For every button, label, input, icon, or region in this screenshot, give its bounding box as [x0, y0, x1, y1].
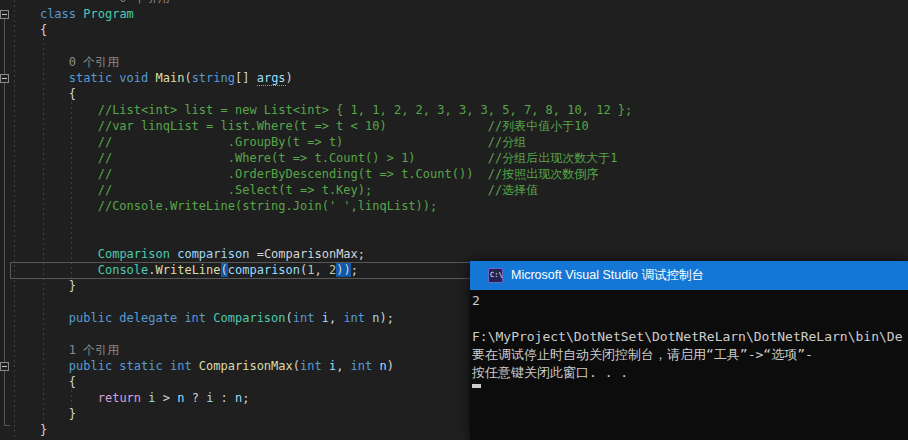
fold-toggle-comparisonmax[interactable] — [0, 362, 9, 371]
code-line: // .OrderByDescending(t => t.Count()) //… — [11, 166, 632, 182]
code-line: { — [11, 86, 632, 102]
console-line: 要在调试停止时自动关闭控制台，请启用“工具”->“选项”- — [472, 346, 908, 364]
code-line: // .GroupBy(t => t) //分组 — [11, 134, 632, 150]
fold-toggle-class[interactable] — [0, 10, 9, 19]
code-line: //List<int> list = new List<int> { 1, 1,… — [11, 102, 632, 118]
code-line: // .Select(t => t.Key); //选择值 — [11, 182, 632, 198]
code-line — [11, 214, 632, 230]
code-line: class Program — [11, 6, 632, 22]
console-cursor-line — [472, 382, 908, 400]
vs-editor-screen: 0 个引用 class Program { 0 个引用 static void … — [0, 0, 908, 440]
code-line: //Console.WriteLine(string.Join(' ',linq… — [11, 198, 632, 214]
console-line: 按任意键关闭此窗口. . . — [472, 364, 908, 382]
codelens-reference-count: 0 个引用 — [11, 54, 632, 70]
console-line: F:\MyProject\DotNetSet\DotNetReLarn\DotN… — [472, 328, 908, 346]
code-line — [11, 230, 632, 246]
code-line: { — [11, 22, 632, 38]
code-line: // .Where(t => t.Count() > 1) //分组后出现次数大… — [11, 150, 632, 166]
console-title: Microsoft Visual Studio 调试控制台 — [511, 267, 704, 284]
code-line: //var linqList = list.Where(t => t < 10)… — [11, 118, 632, 134]
console-line — [472, 310, 908, 328]
console-line: 2 — [472, 292, 908, 310]
code-line: static void Main(string[] args) — [11, 70, 632, 86]
console-title-bar[interactable]: C:\ Microsoft Visual Studio 调试控制台 — [470, 261, 908, 290]
console-cursor — [472, 384, 481, 388]
fold-toggle-main[interactable] — [0, 74, 9, 83]
console-app-icon: C:\ — [488, 268, 503, 283]
code-line — [11, 38, 632, 54]
outline-margin-end — [4, 425, 10, 426]
debug-console-window[interactable]: C:\ Microsoft Visual Studio 调试控制台 2F:\My… — [470, 261, 908, 440]
code-line: Comparison comparison =ComparisonMax; — [11, 246, 632, 262]
console-output[interactable]: 2F:\MyProject\DotNetSet\DotNetReLarn\Dot… — [470, 290, 908, 440]
